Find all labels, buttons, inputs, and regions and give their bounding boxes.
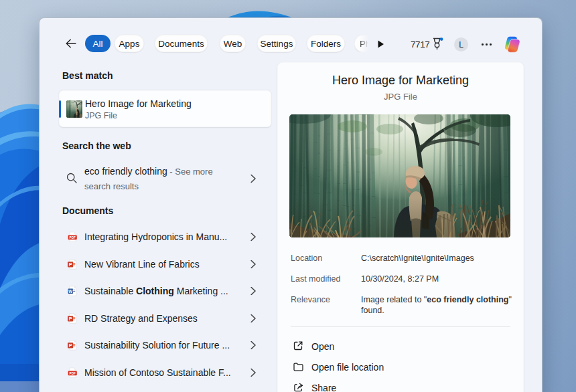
svg-text:W: W [68, 289, 73, 294]
svg-text:P: P [69, 262, 72, 268]
svg-text:PDF: PDF [70, 372, 76, 375]
svg-text:PDF: PDF [70, 236, 76, 239]
svg-text:P: P [69, 316, 72, 322]
svg-text:P: P [69, 342, 72, 349]
